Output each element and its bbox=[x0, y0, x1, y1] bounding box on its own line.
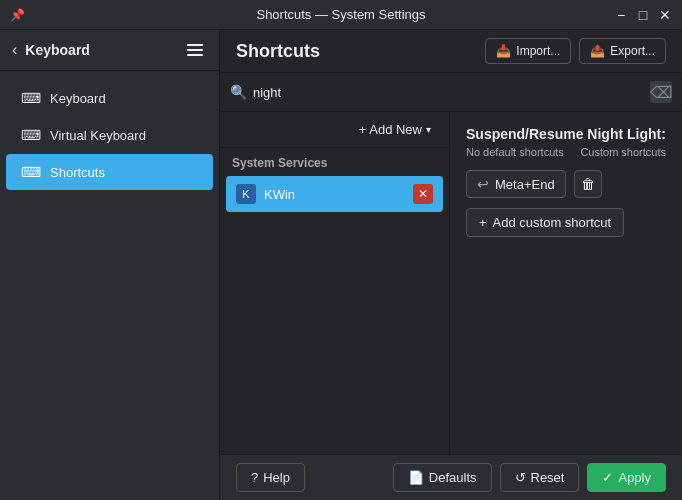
footer-right: 📄 Defaults ↺ Reset ✓ Apply bbox=[393, 463, 666, 492]
maximize-button[interactable]: □ bbox=[634, 6, 652, 24]
sidebar-item-label-shortcuts: Shortcuts bbox=[50, 165, 105, 180]
apply-label: Apply bbox=[618, 470, 651, 485]
defaults-label: Defaults bbox=[429, 470, 477, 485]
add-custom-shortcut-button[interactable]: + Add custom shortcut bbox=[466, 208, 624, 237]
export-icon: 📤 bbox=[590, 44, 605, 58]
hamburger-line-1 bbox=[187, 44, 203, 46]
kwin-label: KWin bbox=[264, 187, 405, 202]
sidebar-item-label-keyboard: Keyboard bbox=[50, 91, 106, 106]
search-input[interactable] bbox=[253, 85, 644, 100]
add-new-bar: + Add New ▾ bbox=[220, 112, 449, 148]
main-layout: ‹ Keyboard ⌨ Keyboard ⌨ Virtual Keyboard… bbox=[0, 30, 682, 500]
window-title: Shortcuts — System Settings bbox=[256, 7, 425, 22]
back-button[interactable]: ‹ bbox=[12, 41, 17, 59]
title-bar-left: 📌 bbox=[8, 6, 27, 24]
import-button[interactable]: 📥 Import... bbox=[485, 38, 571, 64]
search-icon: 🔍 bbox=[230, 84, 247, 100]
no-default-label: No default shortcuts bbox=[466, 146, 564, 158]
clear-search-button[interactable]: ⌫ bbox=[650, 81, 672, 103]
body-split: + Add New ▾ System Services K KWin ✕ Sus… bbox=[220, 112, 682, 454]
shortcut-row: ↩ Meta+End 🗑 bbox=[466, 170, 666, 198]
defaults-button[interactable]: 📄 Defaults bbox=[393, 463, 492, 492]
sidebar-item-label-virtual-keyboard: Virtual Keyboard bbox=[50, 128, 146, 143]
custom-shortcuts-label: Custom shortcuts bbox=[580, 146, 666, 158]
virtual-keyboard-icon: ⌨ bbox=[22, 126, 40, 144]
shortcut-key-label: Meta+End bbox=[495, 177, 555, 192]
kwin-icon: K bbox=[236, 184, 256, 204]
window-controls: − □ ✕ bbox=[612, 6, 674, 24]
defaults-icon: 📄 bbox=[408, 470, 424, 485]
sidebar-items: ⌨ Keyboard ⌨ Virtual Keyboard ⌨ Shortcut… bbox=[0, 71, 219, 199]
header-actions: 📥 Import... 📤 Export... bbox=[485, 38, 666, 64]
pin-button[interactable]: 📌 bbox=[8, 6, 27, 24]
kwin-remove-button[interactable]: ✕ bbox=[413, 184, 433, 204]
list-item-kwin[interactable]: K KWin ✕ bbox=[226, 176, 443, 212]
reset-label: Reset bbox=[531, 470, 565, 485]
reset-icon: ↺ bbox=[515, 470, 526, 485]
hamburger-line-2 bbox=[187, 49, 203, 51]
footer: ? Help 📄 Defaults ↺ Reset ✓ Apply bbox=[220, 454, 682, 500]
add-custom-label: Add custom shortcut bbox=[493, 215, 612, 230]
list-panel: + Add New ▾ System Services K KWin ✕ bbox=[220, 112, 450, 454]
search-row: 🔍 ⌫ bbox=[220, 73, 682, 112]
plus-icon: + bbox=[479, 215, 487, 230]
shortcuts-icon: ⌨ bbox=[22, 163, 40, 181]
add-new-label: + Add New bbox=[359, 122, 422, 137]
import-icon: 📥 bbox=[496, 44, 511, 58]
shortcut-arrow-icon: ↩ bbox=[477, 176, 489, 192]
reset-button[interactable]: ↺ Reset bbox=[500, 463, 580, 492]
content-title: Shortcuts bbox=[236, 41, 320, 62]
check-icon: ✓ bbox=[602, 470, 613, 485]
title-bar: 📌 Shortcuts — System Settings − □ ✕ bbox=[0, 0, 682, 30]
close-button[interactable]: ✕ bbox=[656, 6, 674, 24]
detail-panel: Suspend/Resume Night Light: No default s… bbox=[450, 112, 682, 454]
hamburger-line-3 bbox=[187, 54, 203, 56]
remove-shortcut-button[interactable]: 🗑 bbox=[574, 170, 602, 198]
help-button[interactable]: ? Help bbox=[236, 463, 305, 492]
sidebar-item-shortcuts[interactable]: ⌨ Shortcuts bbox=[6, 154, 213, 190]
keyboard-icon: ⌨ bbox=[22, 89, 40, 107]
apply-button[interactable]: ✓ Apply bbox=[587, 463, 666, 492]
help-icon: ? bbox=[251, 470, 258, 485]
hamburger-menu-button[interactable] bbox=[183, 40, 207, 60]
import-label: Import... bbox=[516, 44, 560, 58]
help-label: Help bbox=[263, 470, 290, 485]
shortcut-labels: No default shortcuts Custom shortcuts bbox=[466, 146, 666, 158]
content-area: Shortcuts 📥 Import... 📤 Export... 🔍 ⌫ bbox=[220, 30, 682, 500]
footer-left: ? Help bbox=[236, 463, 305, 492]
shortcut-key-button[interactable]: ↩ Meta+End bbox=[466, 170, 566, 198]
sidebar-title: Keyboard bbox=[25, 42, 175, 58]
sidebar-item-virtual-keyboard[interactable]: ⌨ Virtual Keyboard bbox=[6, 117, 213, 153]
add-new-button[interactable]: + Add New ▾ bbox=[351, 118, 439, 141]
detail-title: Suspend/Resume Night Light: bbox=[466, 126, 666, 142]
sidebar-header: ‹ Keyboard bbox=[0, 30, 219, 71]
export-button[interactable]: 📤 Export... bbox=[579, 38, 666, 64]
chevron-down-icon: ▾ bbox=[426, 124, 431, 135]
trash-icon: 🗑 bbox=[581, 176, 595, 192]
sidebar: ‹ Keyboard ⌨ Keyboard ⌨ Virtual Keyboard… bbox=[0, 30, 220, 500]
category-label: System Services bbox=[220, 148, 449, 174]
sidebar-item-keyboard[interactable]: ⌨ Keyboard bbox=[6, 80, 213, 116]
export-label: Export... bbox=[610, 44, 655, 58]
content-header: Shortcuts 📥 Import... 📤 Export... bbox=[220, 30, 682, 73]
minimize-button[interactable]: − bbox=[612, 6, 630, 24]
